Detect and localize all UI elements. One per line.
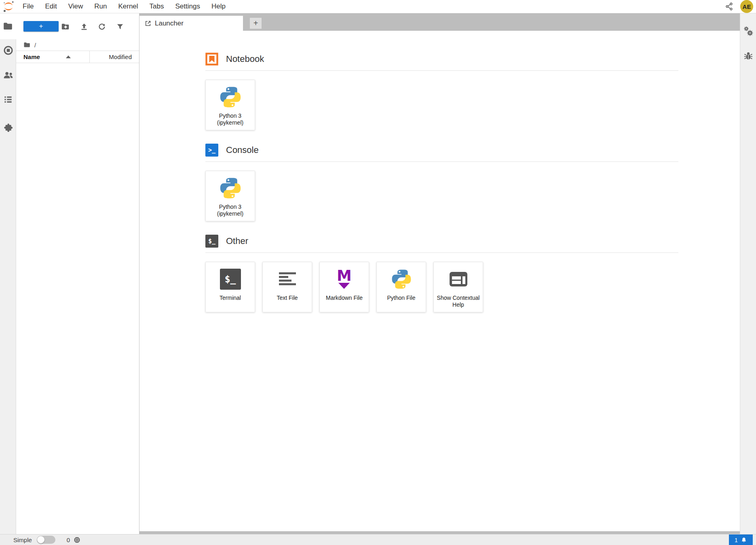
- launcher-icon: [145, 20, 151, 27]
- launcher-card-notebook-python3[interactable]: Python 3 (ipykernel): [205, 80, 255, 130]
- launcher-card-text-file[interactable]: Text File: [262, 262, 312, 312]
- right-activity-bar: [740, 13, 756, 534]
- python-logo-icon: [219, 176, 242, 200]
- simple-mode-label: Simple: [13, 537, 32, 543]
- section-divider: [205, 70, 678, 71]
- terminal-prompt-icon: $_: [205, 235, 218, 248]
- tab-bar: Launcher +: [139, 13, 740, 31]
- jupyter-logo-icon: [0, 0, 17, 13]
- file-browser-toolbar: +: [16, 13, 139, 39]
- section-divider: [205, 161, 678, 162]
- sidebar-tab-running-kernels[interactable]: [0, 40, 16, 60]
- sidebar-tab-collaboration[interactable]: [0, 65, 16, 85]
- menu-item-tabs[interactable]: Tabs: [144, 0, 170, 13]
- notification-badge[interactable]: 1: [729, 534, 753, 545]
- menu-item-settings[interactable]: Settings: [170, 0, 206, 13]
- launcher-section-console: >_ Console Python 3 (ipykernel): [205, 144, 678, 221]
- launcher-panel: Notebook Python 3 (ipykernel): [139, 31, 740, 531]
- kernel-count: 0: [67, 537, 70, 543]
- filter-icon[interactable]: [115, 22, 125, 32]
- new-folder-icon[interactable]: [61, 22, 70, 32]
- gears-icon: [743, 26, 754, 36]
- column-modified-label: Modified: [109, 53, 132, 60]
- card-label: Python 3 (ipykernel): [206, 112, 255, 126]
- text-file-icon: [277, 267, 298, 291]
- menu-bar: File Edit View Run Kernel Tabs Settings …: [0, 0, 756, 13]
- bell-icon: [741, 537, 747, 543]
- menu-item-edit[interactable]: Edit: [39, 0, 62, 13]
- column-header-modified[interactable]: Modified: [90, 51, 139, 63]
- sidebar-tab-file-browser[interactable]: [0, 13, 16, 39]
- card-label: Python File: [385, 295, 417, 301]
- launcher-card-python-file[interactable]: Python File: [376, 262, 426, 312]
- kernel-chip-icon: [73, 536, 81, 544]
- section-title-notebook: Notebook: [226, 54, 264, 64]
- column-name-label: Name: [23, 53, 40, 60]
- section-title-other: Other: [226, 236, 248, 246]
- section-title-console: Console: [226, 145, 259, 155]
- puzzle-icon: [3, 122, 14, 133]
- sidebar-tab-table-of-contents[interactable]: [0, 90, 16, 109]
- menu-item-kernel[interactable]: Kernel: [112, 0, 144, 13]
- folder-icon: [3, 21, 13, 32]
- contextual-help-icon: [448, 267, 469, 291]
- card-label: Show Contextual Help: [434, 295, 483, 308]
- launcher-section-other: $_ Other $_ Terminal: [205, 235, 678, 312]
- simple-mode-toggle[interactable]: [37, 536, 55, 544]
- refresh-icon[interactable]: [97, 22, 107, 32]
- tab-launcher-label: Launcher: [155, 19, 184, 28]
- launcher-card-show-contextual-help[interactable]: Show Contextual Help: [433, 262, 483, 312]
- notebook-icon: [205, 53, 218, 66]
- toggle-knob: [37, 536, 44, 543]
- main-menu: File Edit View Run Kernel Tabs Settings …: [17, 0, 231, 13]
- python-logo-icon: [391, 267, 412, 291]
- new-launcher-button[interactable]: +: [23, 21, 59, 32]
- sidebar-tab-extensions[interactable]: [0, 118, 16, 137]
- list-icon: [3, 94, 13, 105]
- sidebar-tab-property-inspector[interactable]: [740, 21, 756, 41]
- menu-item-help[interactable]: Help: [206, 0, 231, 13]
- file-list-header: Name Modified: [16, 51, 139, 63]
- sort-ascending-icon: [66, 55, 71, 58]
- card-label: Terminal: [218, 295, 243, 301]
- column-header-name[interactable]: Name: [16, 51, 90, 63]
- users-icon: [3, 70, 14, 81]
- home-folder-icon[interactable]: [23, 41, 31, 49]
- console-icon: >_: [205, 144, 218, 157]
- launcher-section-notebook: Notebook Python 3 (ipykernel): [205, 53, 678, 130]
- new-tab-button[interactable]: +: [250, 18, 262, 29]
- card-label: Python 3 (ipykernel): [206, 204, 255, 217]
- share-icon[interactable]: [725, 2, 734, 11]
- breadcrumb-root[interactable]: /: [34, 42, 36, 49]
- menu-item-file[interactable]: File: [17, 0, 39, 13]
- menu-item-run[interactable]: Run: [89, 0, 112, 13]
- file-browser-panel: +: [16, 13, 139, 534]
- card-label: Markdown File: [324, 295, 365, 301]
- status-bar: Simple 0 1: [0, 534, 756, 545]
- debugger-bug-icon[interactable]: [740, 46, 756, 66]
- launcher-card-markdown-file[interactable]: M Markdown File: [319, 262, 369, 312]
- section-divider: [205, 252, 678, 253]
- breadcrumb: /: [16, 39, 139, 51]
- launcher-card-console-python3[interactable]: Python 3 (ipykernel): [205, 171, 255, 221]
- notification-count: 1: [735, 537, 738, 543]
- markdown-icon: M: [337, 269, 352, 289]
- user-avatar[interactable]: AE: [740, 0, 753, 13]
- menu-item-view[interactable]: View: [63, 0, 89, 13]
- card-label: Text File: [275, 295, 300, 301]
- kernel-status-indicator[interactable]: 0: [67, 536, 81, 544]
- python-logo-icon: [219, 85, 242, 109]
- tab-launcher[interactable]: Launcher: [139, 16, 243, 31]
- launcher-card-terminal[interactable]: $_ Terminal: [205, 262, 255, 312]
- terminal-icon: $_: [220, 269, 241, 290]
- upload-icon[interactable]: [79, 22, 89, 32]
- main-dock-panel: Launcher + Notebook: [139, 13, 740, 534]
- left-activity-bar: [0, 13, 16, 534]
- stop-circle-icon: [3, 45, 14, 56]
